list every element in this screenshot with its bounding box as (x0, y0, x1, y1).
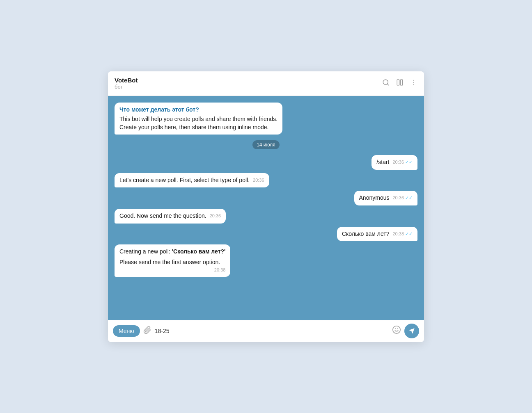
checkmarks: ✓✓ (405, 159, 413, 165)
message-row: /start 20:36 ✓✓ (115, 155, 417, 170)
bubble-text: Good. Now send me the question. (119, 212, 206, 219)
bubble-text: Let's create a new poll. First, select t… (119, 177, 250, 183)
chat-header: VoteBot бот (108, 71, 424, 96)
checkmarks: ✓✓ (405, 195, 413, 201)
bubble-bot-creating: Creating a new poll: 'Сколько вам лет?' … (115, 244, 230, 277)
message-row: Good. Now send me the question. 20:36 (115, 209, 417, 224)
message-row: Let's create a new poll. First, select t… (115, 173, 417, 188)
bubble-meta: 20:38 ✓✓ (392, 231, 413, 237)
menu-button[interactable]: Меню (113, 325, 140, 337)
bubble-meta: 20:36 ✓✓ (392, 159, 413, 165)
bubble-text: Anonymous (359, 194, 390, 201)
message-time: 20:36 (392, 195, 404, 201)
message-time: 20:36 (210, 213, 221, 219)
bubble-text: Сколько вам лет? (342, 230, 390, 237)
svg-point-4 (413, 80, 414, 80)
message-time: 20:38 (214, 267, 226, 273)
svg-point-7 (393, 326, 400, 333)
chat-body: Что может делать этот бот? This bot will… (108, 96, 424, 320)
chat-input-bar: Меню (108, 320, 424, 342)
message-row: Что может делать этот бот? This bot will… (115, 103, 417, 135)
bubble-meta: 20:36 (253, 177, 264, 183)
checkmarks: ✓✓ (405, 231, 413, 237)
svg-point-6 (413, 84, 414, 85)
message-time: 20:36 (253, 177, 264, 183)
svg-rect-3 (401, 80, 403, 85)
bubble-text: /start (376, 159, 389, 165)
bubble-line1: Creating a new poll: 'Сколько вам лет?' (119, 248, 225, 256)
bubble-meta: 20:36 ✓✓ (392, 195, 413, 201)
bubble-bot-intro: Что может делать этот бот? This bot will… (115, 103, 282, 135)
search-icon[interactable] (382, 79, 390, 88)
attach-icon[interactable] (143, 326, 151, 336)
chat-header-left: VoteBot бот (115, 77, 138, 90)
bubble-bot-select: Let's create a new poll. First, select t… (115, 173, 269, 188)
bubble-user-question: Сколько вам лет? 20:38 ✓✓ (337, 227, 417, 242)
send-button[interactable] (404, 324, 419, 338)
message-row: Creating a new poll: 'Сколько вам лет?' … (115, 244, 417, 277)
message-time: 20:36 (392, 159, 404, 165)
message-row: Anonymous 20:36 ✓✓ (115, 191, 417, 205)
bubble-user-anonymous: Anonymous 20:36 ✓✓ (354, 191, 417, 205)
emoji-icon[interactable] (392, 325, 401, 337)
bubble-text: This bot will help you create polls and … (119, 115, 277, 131)
bubble-meta: 20:38 (214, 267, 226, 273)
bubble-title: Что может делать этот бот? (119, 106, 277, 114)
date-badge: 14 июля (252, 140, 280, 149)
chat-header-icons (382, 79, 417, 88)
more-icon[interactable] (410, 79, 417, 88)
bubble-line2: Please send me the first answer option. (119, 258, 225, 267)
bubble-meta: 20:36 (210, 213, 221, 219)
bubble-user-start: /start 20:36 ✓✓ (371, 155, 417, 170)
panel-icon[interactable] (396, 79, 404, 88)
message-time: 20:38 (392, 231, 404, 237)
message-row: Сколько вам лет? 20:38 ✓✓ (115, 227, 417, 242)
bubble-bot-question: Good. Now send me the question. 20:36 (115, 209, 226, 224)
svg-rect-2 (397, 80, 399, 85)
svg-point-5 (413, 82, 414, 82)
chat-status: бот (115, 84, 138, 90)
message-input[interactable] (155, 328, 389, 334)
chat-title: VoteBot (115, 77, 138, 84)
chat-window: VoteBot бот Чт (108, 71, 424, 342)
svg-line-1 (387, 84, 388, 85)
